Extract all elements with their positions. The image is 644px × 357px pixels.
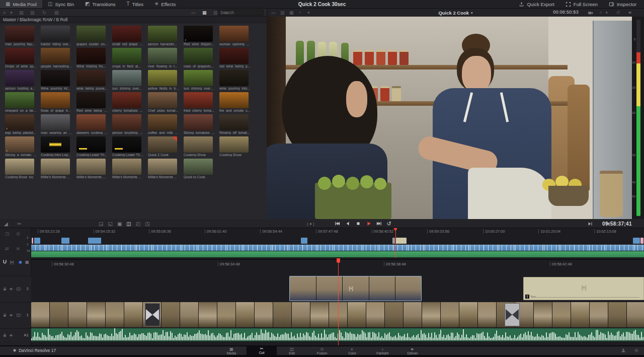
media-clip[interactable]: person_harvestin... (148, 26, 184, 48)
user-icon[interactable] (621, 348, 626, 353)
ripple-overwrite-icon[interactable]: ▣ (117, 221, 122, 227)
media-clip[interactable]: Millie's Moments ... (76, 159, 112, 181)
resize-icon[interactable]: ↺ (616, 9, 620, 17)
media-clip[interactable]: Cooking Lower Thi... (112, 136, 148, 159)
media-clip[interactable]: vineyard_on_a_far... (5, 92, 41, 114)
media-clip[interactable]: Chef_picks_tomat... (148, 92, 184, 114)
media-clip[interactable]: man_pouring_liqu... (5, 26, 41, 48)
media-clip[interactable]: tractor_riding_ove... (41, 26, 76, 48)
source-overwrite-icon[interactable]: ◳ (145, 221, 149, 227)
caret-down-icon[interactable]: ▾ (605, 9, 608, 17)
speaker-icon[interactable] (9, 333, 14, 338)
track-header-2[interactable]: 2 (0, 276, 31, 301)
media-clip[interactable]: ♪egg_being_placed... (5, 114, 41, 136)
speaker-icon[interactable] (9, 287, 14, 292)
overview-ruler[interactable]: 09:53:22:2809:54:15:3209:55:08:3609:56:0… (31, 228, 644, 235)
tools-icon[interactable]: ▿ (599, 9, 602, 17)
prev-clip-button[interactable] (334, 219, 340, 228)
media-clip[interactable]: crops_in_field_al... (112, 48, 148, 70)
track-lane-v1[interactable] (31, 302, 644, 327)
flag-icon[interactable] (573, 9, 578, 17)
speaker-icon[interactable] (9, 313, 14, 318)
refresh-icon[interactable]: ↻ (42, 9, 46, 17)
media-clip[interactable]: Rinsing_off_tomat... (219, 114, 255, 136)
timeline-clip-v1[interactable] (31, 302, 644, 327)
top-button-media-pool[interactable]: ▦Media Pool (0, 0, 42, 8)
media-clip[interactable]: rows_of_grapevin... (184, 48, 219, 70)
media-clip[interactable]: Cooking Lower Th... (76, 136, 112, 159)
import-folder-icon[interactable]: ▥ (30, 9, 35, 17)
smart-bin-icon[interactable]: ▧ (54, 9, 59, 17)
top-button-transitions[interactable]: ◩Transitions (79, 0, 121, 8)
source-clip-icon[interactable]: ▭ (271, 9, 276, 17)
timeline-pointer-icon[interactable]: ◢ (4, 219, 8, 228)
speaker-icon[interactable] (628, 9, 633, 17)
timeline-view-icon[interactable]: ▥ (280, 9, 285, 17)
media-clip[interactable]: Cooking Show_tvc (5, 159, 41, 181)
gear-icon[interactable] (634, 348, 639, 353)
media-clip[interactable]: person_brushing_... (112, 114, 148, 136)
top-button-sync-bin[interactable]: ◫Sync Bin (42, 0, 79, 8)
caret-down-icon[interactable]: ▾ (307, 9, 310, 17)
media-clip[interactable]: Cooking Show (184, 136, 219, 159)
media-clip[interactable]: people_harvesting... (41, 48, 76, 70)
cross-dissolve-transition[interactable] (145, 303, 160, 326)
match-out-icon[interactable] (588, 219, 593, 228)
media-clip[interactable]: cherry_tomatoes_... (112, 92, 148, 114)
media-clip[interactable]: yellow_fields_in_bl... (148, 70, 184, 92)
lock-icon[interactable] (3, 333, 7, 337)
append-icon[interactable]: ◱ (108, 221, 112, 227)
close-up-icon[interactable]: ◫ (126, 221, 131, 227)
top-button-titles[interactable]: TTitles (121, 0, 149, 8)
track-lane-a1[interactable] (31, 328, 644, 341)
camera-icon[interactable] (588, 9, 593, 17)
loop-button[interactable]: ↺ (387, 219, 391, 228)
top-button-inspector[interactable]: Inspector (603, 0, 642, 9)
top-button-quick-export[interactable]: Quick Export (513, 0, 559, 9)
media-clip[interactable]: man_wearing_an_... (41, 114, 76, 136)
media-clip[interactable]: ♪Slicing_a_tomato_... (5, 136, 41, 159)
caret-down-icon[interactable]: ▾ (10, 9, 13, 17)
fast-review-icon[interactable]: ◔ (298, 9, 301, 17)
media-clip[interactable]: sun_shining_over_... (184, 70, 219, 92)
marker-icon[interactable]: [▪] (10, 259, 14, 264)
next-clip-button[interactable] (376, 219, 382, 228)
audio-trim-icon[interactable]: ≋ (16, 246, 20, 251)
media-clip[interactable]: Millie's Moments ... (41, 159, 76, 181)
overview-playhead[interactable] (395, 228, 396, 258)
bin-list-icon[interactable]: ≡ (3, 9, 6, 17)
razor-icon[interactable]: ✂ (17, 219, 21, 228)
media-clip[interactable]: Quick to Cook_ (184, 159, 219, 181)
resolve-fx-toggle[interactable]: ( ● ) (307, 219, 314, 228)
filmstrip-icon[interactable] (16, 313, 21, 318)
smart-insert-icon[interactable]: ◲ (99, 221, 103, 227)
breadcrumb[interactable]: Master / Blackmagic RAW / B Roll (0, 17, 267, 23)
step-back-button[interactable] (345, 219, 351, 228)
timeline-playhead[interactable] (338, 259, 339, 345)
media-clip[interactable]: river_flowing_in_t... (148, 48, 184, 70)
media-clip[interactable]: wine_being_poure... (76, 70, 112, 92)
media-clip[interactable]: Wine_pouring_int... (41, 70, 76, 92)
lock-icon[interactable] (3, 313, 7, 317)
timeline-options-icon[interactable]: ▦ (25, 259, 29, 264)
timeline-title-clip[interactable]: [+] TText (523, 277, 644, 300)
import-media-icon[interactable]: ▤ (19, 9, 24, 17)
metadata-view-icon[interactable]: ≡ (224, 9, 227, 17)
thumbnail-view-icon[interactable]: ▦ (202, 9, 207, 17)
flag-color-icon[interactable]: ◉ (19, 259, 22, 264)
media-clip[interactable]: Wine_tricking_fro... (76, 48, 112, 70)
timeline-clip-v2[interactable]: [+] (289, 276, 422, 301)
media-clip[interactable]: person_holding_a... (5, 70, 41, 92)
media-clip[interactable]: Red_wine_being_p... (76, 92, 112, 114)
stop-button[interactable] (355, 219, 361, 228)
media-clip[interactable]: coffee_and_milk_b... (148, 114, 184, 136)
media-clip[interactable]: ♪Red_wine_drippin... (184, 26, 219, 48)
lock-icon[interactable] (3, 287, 7, 291)
top-button-full-screen[interactable]: Full Screen (560, 0, 603, 9)
media-clip[interactable]: Slicing_tomatoes_... (184, 114, 219, 136)
play-button[interactable] (366, 219, 372, 228)
viewer-video[interactable] (267, 17, 632, 219)
media-clip[interactable]: woman_opening_... (219, 26, 255, 48)
track-lane-v2[interactable]: [+][+] TText (31, 276, 644, 301)
top-button-effects[interactable]: ✳Effects (149, 0, 181, 8)
